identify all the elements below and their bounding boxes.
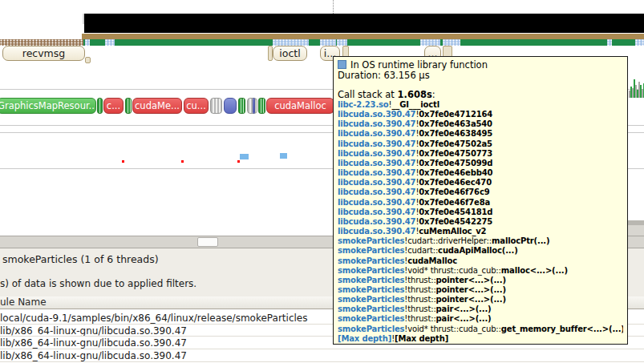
callstack-line: smokeParticles!cudart::driverHelper::mal… — [338, 236, 623, 246]
callstack-line: smokeParticles!thrust::pair<...>(...) — [338, 314, 623, 324]
module-name-column-label: ule Name — [0, 296, 47, 308]
selected-range-patch — [273, 39, 309, 46]
api-segment[interactable] — [97, 98, 103, 114]
thread-label: smokeParticles (1 of 6 threads) — [2, 253, 159, 265]
module-table-row[interactable]: local/cuda-9.1/samples/bin/x86_64/linux/… — [0, 313, 307, 324]
api-segment-cudaMalloc[interactable]: cudaMalloc — [266, 98, 334, 114]
timeline-overview-band[interactable] — [84, 14, 644, 33]
timeline-os-runtime-band[interactable] — [83, 39, 644, 46]
os-runtime-color-swatch-icon — [338, 60, 346, 69]
marker-dot — [122, 160, 124, 163]
marker-dot — [237, 160, 240, 163]
callstack-line: smokeParticles!thrust::pointer<...>(...) — [338, 285, 623, 295]
callstack-line: libcuda.so.390.47!0x7fe0e47502a5 — [338, 139, 623, 149]
time-cursor-line — [333, 0, 334, 14]
api-segment[interactable] — [224, 98, 237, 114]
api-segment-GraphicsMapResour[interactable]: GraphicsMapResour... — [0, 98, 96, 114]
callstack-line: libc-2.23.so!__GI___ioctl — [338, 100, 623, 110]
callstack-line: libcuda.so.390.47!0x7fe0e46f76c9 — [338, 188, 623, 197]
interval-sliver[interactable] — [268, 46, 273, 61]
api-segment-cu[interactable]: cu... — [184, 98, 209, 114]
syscall-interval-ioctl[interactable]: ioctl — [273, 46, 307, 61]
table-row-separator — [0, 361, 644, 362]
callstack-line: libcuda.so.390.47!0x7fe0e46ebb40 — [338, 168, 623, 178]
module-table-row[interactable]: lib/x86_64-linux-gnu/libcuda.so.390.47 — [0, 350, 187, 361]
callstack-line: smokeParticles!thrust::pointer<...>(...) — [338, 295, 623, 305]
activity-histogram — [629, 79, 644, 98]
table-row-separator — [0, 349, 644, 349]
module-table-row[interactable]: lib/x86_64-linux-gnu/libcuda.so.390.47 — [0, 325, 187, 337]
callstack-line: libcuda.so.390.47!0x7fe0e4712164 — [338, 110, 623, 119]
callstack-line: smokeParticles!cudart::cudaApiMalloc(...… — [338, 246, 623, 256]
profiler-window: GraphicsMapResour...c...cudaMe...cu...cu… — [0, 0, 644, 363]
tooltip-title: In OS runtime library function — [350, 59, 488, 71]
selected-range-patch — [337, 39, 347, 46]
interval-sliver[interactable] — [85, 57, 91, 63]
selected-range-patch — [85, 39, 90, 46]
callstack-line: libcuda.so.390.47!0x7fe0e46ec470 — [338, 178, 623, 188]
module-table-row[interactable]: lib/x86_64-linux-gnu/libcuda.so.390.47 — [0, 337, 187, 349]
api-segment[interactable] — [258, 98, 265, 114]
api-segment[interactable] — [210, 98, 222, 114]
selected-range-patch — [443, 39, 460, 46]
tooltip-duration: Duration: 63.156 µs — [338, 71, 623, 81]
api-segment[interactable] — [253, 98, 255, 114]
scrollbar-corner — [627, 225, 644, 236]
callstack-line: libcuda.so.390.47!0x7fe0e475099d — [338, 159, 623, 168]
memcpy-marker[interactable] — [240, 154, 249, 159]
callstack-line: libcuda.so.390.47!0x7fe0e454181d — [338, 208, 623, 217]
api-segment[interactable] — [238, 98, 245, 114]
callstack-line: libcuda.so.390.47!0x7fe0e46f7e8a — [338, 198, 623, 208]
syscall-interval-recvmsg[interactable]: recvmsg — [2, 46, 85, 61]
horizontal-scrollbar-thumb[interactable] — [197, 237, 218, 247]
api-segment-c[interactable]: c... — [103, 98, 124, 114]
callstack-line: libcuda.so.390.47!cuMemAlloc_v2 — [338, 227, 623, 236]
callstack-line: libcuda.so.390.47!0x7fe0e4542275 — [338, 217, 623, 227]
callstack-line: smokeParticles!void* thrust::cuda_cub::g… — [338, 325, 623, 334]
callstack-tooltip: In OS runtime library function Duration:… — [333, 56, 628, 345]
callstack-line: smokeParticles!thrust::pointer<...>(...) — [338, 276, 623, 285]
memcpy-marker[interactable] — [280, 153, 287, 159]
callstack-line: libcuda.so.390.47!0x7fe0e463a540 — [338, 119, 623, 129]
callstack-line: [Max depth]![Max depth] — [338, 334, 623, 344]
callstack-lines: libc-2.23.so!__GI___ioctllibcuda.so.390.… — [338, 100, 623, 344]
selected-range-patch — [420, 39, 440, 46]
callstack-heading: Call stack at 1.608s: — [338, 90, 623, 100]
callstack-line: libcuda.so.390.47!0x7fe0e4638495 — [338, 129, 623, 139]
api-segment[interactable] — [125, 98, 132, 114]
selected-range-patch — [320, 39, 336, 46]
marker-dot — [181, 160, 184, 163]
callstack-line: smokeParticles!cudaMalloc — [338, 256, 623, 266]
selected-range-patch — [607, 39, 612, 46]
filter-notice: s) of data is shown due to applied filte… — [0, 278, 196, 289]
callstack-line: smokeParticles!void* thrust::cuda_cub::m… — [338, 266, 623, 276]
callstack-line: libcuda.so.390.47!0x7fe0e4750773 — [338, 149, 623, 159]
selected-range-patch — [635, 39, 644, 46]
api-segment-cudaMe[interactable]: cudaMe... — [132, 98, 182, 114]
selected-range-patch — [105, 39, 115, 46]
timeline-brown-dotted-band[interactable] — [0, 39, 83, 46]
callstack-line: smokeParticles!thrust::pair<...>(...) — [338, 305, 623, 314]
